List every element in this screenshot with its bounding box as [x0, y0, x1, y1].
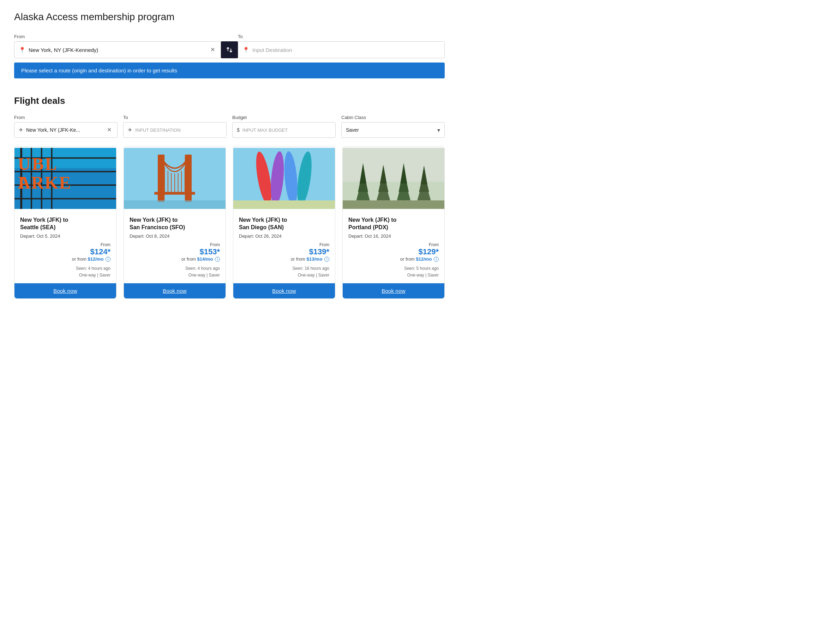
- deals-cabin-group: Cabin Class Saver Main First Class: [341, 115, 445, 138]
- plane-to-icon: ✈: [128, 127, 133, 133]
- deals-budget-group: Budget $: [232, 115, 336, 138]
- info-icon-seattle[interactable]: i: [106, 257, 111, 262]
- deals-from-group: From ✈ ✕: [14, 115, 117, 138]
- price-main-sandiego: $139*: [239, 247, 329, 257]
- svg-rect-24: [124, 200, 226, 209]
- from-label-portland: From: [348, 242, 439, 247]
- card-body-seattle: New York (JFK) toSeattle (SEA) Depart: O…: [14, 212, 116, 279]
- to-input-wrapper: 📍: [238, 41, 445, 58]
- monthly-link-sandiego[interactable]: $13/mo: [307, 257, 322, 262]
- clear-from-button[interactable]: ✕: [209, 46, 216, 54]
- monthly-link-portland[interactable]: $12/mo: [416, 257, 432, 262]
- deals-budget-label: Budget: [232, 115, 336, 120]
- card-body-sf: New York (JFK) toSan Francisco (SFO) Dep…: [124, 212, 226, 279]
- filters-row: From ✈ ✕ To ✈ Budget $ Cabin Clas: [14, 115, 445, 138]
- svg-rect-30: [233, 200, 335, 209]
- monthly-link-sf[interactable]: $14/mo: [197, 257, 213, 262]
- deals-from-input[interactable]: [26, 127, 106, 133]
- book-button-sandiego[interactable]: Book now: [233, 283, 335, 298]
- book-button-sf[interactable]: Book now: [124, 283, 226, 298]
- price-main-portland: $129*: [348, 247, 439, 257]
- svg-rect-49: [343, 200, 444, 209]
- seen-info-portland: Seen: 5 hours agoOne-way | Saver: [348, 265, 439, 279]
- deals-cabin-wrapper: Saver Main First Class: [341, 122, 445, 138]
- seen-info-sandiego: Seen: 16 hours agoOne-way | Saver: [239, 265, 329, 279]
- search-row: From 📍 ✕ To 📍: [14, 34, 445, 58]
- card-depart-portland: Depart: Oct 16, 2024: [348, 233, 439, 239]
- from-label-seattle: From: [20, 242, 111, 247]
- deals-cards-grid: UBL I ARKE New York (JFK) toSeattle (SEA…: [14, 146, 445, 299]
- card-pricing-sandiego: From $139* or from $13/mo i: [239, 242, 329, 262]
- card-pricing-seattle: From $124* or from $12/mo i: [20, 242, 111, 262]
- flight-deals-section: Flight deals From ✈ ✕ To ✈ Budget $: [14, 95, 445, 299]
- from-label: From: [14, 34, 221, 39]
- info-icon-portland[interactable]: i: [434, 257, 439, 262]
- deals-to-wrapper: ✈: [123, 122, 227, 138]
- deals-from-wrapper: ✈ ✕: [14, 122, 117, 138]
- deals-budget-input[interactable]: [243, 127, 331, 133]
- search-section: From 📍 ✕ To 📍 Pl: [14, 34, 445, 78]
- deals-cabin-select[interactable]: Saver Main First Class: [342, 122, 444, 138]
- swap-button-container: [221, 41, 238, 58]
- price-main-sf: $153*: [129, 247, 220, 257]
- price-monthly-portland: or from $12/mo i: [348, 257, 439, 262]
- alert-text: Please select a route (origin and destin…: [21, 68, 177, 73]
- location-pin-icon: 📍: [19, 47, 26, 53]
- deals-from-label: From: [14, 115, 117, 120]
- page-title: Alaska Access membership program: [14, 11, 445, 22]
- info-icon-sandiego[interactable]: i: [324, 257, 329, 262]
- card-route-sf: New York (JFK) toSan Francisco (SFO): [129, 217, 220, 231]
- price-main-seattle: $124*: [20, 247, 111, 257]
- deals-cabin-label: Cabin Class: [341, 115, 445, 120]
- deal-card-portland[interactable]: New York (JFK) toPortland (PDX) Depart: …: [343, 146, 445, 299]
- dollar-icon: $: [237, 127, 240, 133]
- svg-rect-25: [233, 148, 335, 209]
- swap-button[interactable]: [221, 41, 238, 58]
- card-depart-sf: Depart: Oct 8, 2024: [129, 233, 220, 239]
- deal-card-seattle[interactable]: UBL I ARKE New York (JFK) toSeattle (SEA…: [14, 146, 117, 299]
- card-route-seattle: New York (JFK) toSeattle (SEA): [20, 217, 111, 231]
- svg-text:ARKE: ARKE: [18, 173, 72, 193]
- deals-budget-wrapper: $: [232, 122, 336, 138]
- seen-info-sf: Seen: 4 hours agoOne-way | Saver: [129, 265, 220, 279]
- book-button-portland[interactable]: Book now: [343, 283, 444, 298]
- from-label-sf: From: [129, 242, 220, 247]
- svg-text:UBL: UBL: [18, 154, 58, 174]
- card-route-sandiego: New York (JFK) toSan Diego (SAN): [239, 217, 329, 231]
- deals-to-label: To: [123, 115, 227, 120]
- card-body-sandiego: New York (JFK) toSan Diego (SAN) Depart:…: [233, 212, 335, 279]
- info-icon-sf[interactable]: i: [215, 257, 220, 262]
- price-monthly-sandiego: or from $13/mo i: [239, 257, 329, 262]
- flight-deals-title: Flight deals: [14, 95, 445, 106]
- route-alert-bar: Please select a route (origin and destin…: [14, 62, 445, 78]
- deals-to-input[interactable]: [135, 127, 222, 133]
- from-field-group: From 📍 ✕: [14, 34, 221, 58]
- from-input[interactable]: [28, 47, 209, 53]
- to-field-group: To 📍: [238, 34, 445, 58]
- from-input-wrapper: 📍 ✕: [14, 41, 221, 58]
- card-body-portland: New York (JFK) toPortland (PDX) Depart: …: [343, 212, 444, 279]
- deal-card-sf[interactable]: New York (JFK) toSan Francisco (SFO) Dep…: [123, 146, 226, 299]
- to-label: To: [238, 34, 445, 39]
- card-pricing-portland: From $129* or from $12/mo i: [348, 242, 439, 262]
- deal-card-sandiego[interactable]: New York (JFK) toSan Diego (SAN) Depart:…: [233, 146, 335, 299]
- to-input[interactable]: [253, 47, 440, 53]
- card-depart-seattle: Depart: Oct 5, 2024: [20, 233, 111, 239]
- from-label-sandiego: From: [239, 242, 329, 247]
- plane-from-icon: ✈: [19, 127, 23, 133]
- svg-rect-32: [343, 148, 444, 182]
- card-pricing-sf: From $153* or from $14/mo i: [129, 242, 220, 262]
- card-route-portland: New York (JFK) toPortland (PDX): [348, 217, 439, 231]
- clear-deals-from-button[interactable]: ✕: [106, 126, 113, 134]
- price-monthly-sf: or from $14/mo i: [129, 257, 220, 262]
- deals-to-group: To ✈: [123, 115, 227, 138]
- seen-info-seattle: Seen: 4 hours agoOne-way | Saver: [20, 265, 111, 279]
- destination-pin-icon: 📍: [243, 47, 249, 53]
- card-depart-sandiego: Depart: Oct 26, 2024: [239, 233, 329, 239]
- book-button-seattle[interactable]: Book now: [14, 283, 116, 298]
- monthly-link-seattle[interactable]: $12/mo: [88, 257, 104, 262]
- price-monthly-seattle: or from $12/mo i: [20, 257, 111, 262]
- svg-rect-23: [154, 192, 195, 195]
